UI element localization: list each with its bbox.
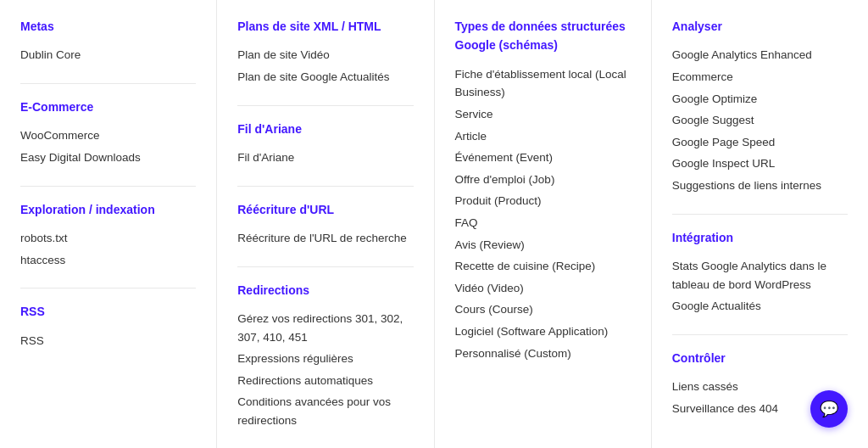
column-col1: MetasDublin CoreE-CommerceWooCommerceEas… bbox=[0, 0, 217, 448]
menu-item[interactable]: Conditions avancées pour vos redirection… bbox=[237, 391, 413, 431]
section-title-metas: Metas bbox=[20, 17, 196, 36]
menu-item[interactable]: Google Actualités bbox=[672, 295, 848, 317]
menu-item[interactable]: Stats Google Analytics dans le tableau d… bbox=[672, 255, 848, 295]
section-title-controler: Contrôler bbox=[672, 349, 848, 367]
menu-item[interactable]: Dublin Core bbox=[20, 44, 196, 66]
menu-item[interactable]: Google Page Speed bbox=[672, 132, 848, 154]
menu-item[interactable]: RSS bbox=[20, 330, 196, 352]
menu-item[interactable]: Service bbox=[455, 104, 631, 126]
section-exploration: Exploration / indexationrobots.txthtacce… bbox=[20, 200, 196, 272]
menu-item[interactable]: Recette de cuisine (Recipe) bbox=[455, 255, 631, 277]
section-divider bbox=[20, 186, 196, 187]
menu-item[interactable]: robots.txt bbox=[20, 227, 196, 249]
menu-item[interactable]: Article bbox=[455, 126, 631, 148]
menu-item[interactable]: FAQ bbox=[455, 212, 631, 234]
menu-item[interactable]: Cours (Course) bbox=[455, 299, 631, 321]
column-col4: AnalyserGoogle Analytics EnhancedEcommer… bbox=[652, 0, 868, 448]
section-title-analyser: Analyser bbox=[672, 17, 848, 36]
menu-item[interactable]: WooCommerce bbox=[20, 125, 196, 147]
section-divider bbox=[20, 83, 196, 84]
column-col2: Plans de site XML / HTMLPlan de site Vid… bbox=[217, 0, 434, 448]
section-fil-ariane: Fil d'ArianeFil d'Ariane bbox=[237, 120, 413, 169]
section-integration: IntégrationStats Google Analytics dans l… bbox=[672, 228, 848, 317]
section-title-redirections: Redirections bbox=[237, 281, 413, 300]
menu-item[interactable]: Avis (Review) bbox=[455, 234, 631, 256]
menu-item[interactable]: Ecommerce bbox=[672, 66, 848, 88]
section-metas: MetasDublin Core bbox=[20, 17, 196, 66]
chat-fab-button[interactable]: 💬 bbox=[810, 390, 848, 428]
menu-item[interactable]: Redirections automatiques bbox=[237, 370, 413, 392]
column-col3: Types de données structurées Google (sch… bbox=[435, 0, 652, 448]
section-title-fil-ariane: Fil d'Ariane bbox=[237, 120, 413, 138]
menu-item[interactable]: Plan de site Vidéo bbox=[237, 44, 413, 66]
menu-item[interactable]: Google Inspect URL bbox=[672, 153, 848, 175]
section-reecriture: Réécriture d'URLRéécriture de l'URL de r… bbox=[237, 200, 413, 249]
menu-item[interactable]: Google Optimize bbox=[672, 88, 848, 110]
menu-item[interactable]: Fil d'Ariane bbox=[237, 147, 413, 169]
menu-item[interactable]: Fiche d'établissement local (Local Busin… bbox=[455, 64, 631, 104]
menu-item[interactable]: Logiciel (Software Application) bbox=[455, 321, 631, 343]
page-container: MetasDublin CoreE-CommerceWooCommerceEas… bbox=[0, 0, 868, 448]
section-types-donnees: Types de données structurées Google (sch… bbox=[455, 17, 631, 364]
section-title-plans-site: Plans de site XML / HTML bbox=[237, 17, 413, 36]
menu-item[interactable]: Produit (Product) bbox=[455, 190, 631, 212]
section-analyser: AnalyserGoogle Analytics EnhancedEcommer… bbox=[672, 17, 848, 197]
section-divider bbox=[237, 105, 413, 106]
section-plans-site: Plans de site XML / HTMLPlan de site Vid… bbox=[237, 17, 413, 88]
menu-item[interactable]: Suggestions de liens internes bbox=[672, 175, 848, 197]
menu-item[interactable]: htaccess bbox=[20, 249, 196, 272]
section-rss: RSSRSS bbox=[20, 302, 196, 351]
menu-item[interactable]: Google Suggest bbox=[672, 109, 848, 132]
section-title-exploration: Exploration / indexation bbox=[20, 200, 196, 219]
section-title-ecommerce: E-Commerce bbox=[20, 98, 196, 116]
menu-item[interactable]: Réécriture de l'URL de recherche bbox=[237, 227, 413, 249]
menu-item[interactable]: Personnalisé (Custom) bbox=[455, 343, 631, 365]
menu-item[interactable]: Événement (Event) bbox=[455, 147, 631, 169]
section-divider bbox=[237, 266, 413, 267]
section-title-reecriture: Réécriture d'URL bbox=[237, 200, 413, 219]
section-title-rss: RSS bbox=[20, 302, 196, 321]
menu-item[interactable]: Easy Digital Downloads bbox=[20, 147, 196, 169]
menu-item[interactable]: Plan de site Google Actualités bbox=[237, 66, 413, 88]
section-redirections: RedirectionsGérez vos redirections 301, … bbox=[237, 281, 413, 432]
section-title-types-donnees: Types de données structurées Google (sch… bbox=[455, 17, 631, 55]
menu-item[interactable]: Expressions régulières bbox=[237, 348, 413, 370]
section-divider bbox=[20, 288, 196, 288]
section-divider bbox=[672, 334, 848, 335]
menu-item[interactable]: Vidéo (Video) bbox=[455, 277, 631, 300]
section-ecommerce: E-CommerceWooCommerceEasy Digital Downlo… bbox=[20, 98, 196, 169]
section-divider bbox=[672, 214, 848, 215]
chat-icon: 💬 bbox=[820, 397, 838, 422]
menu-item[interactable]: Google Analytics Enhanced bbox=[672, 44, 848, 66]
section-title-integration: Intégration bbox=[672, 228, 848, 247]
menu-item[interactable]: Gérez vos redirections 301, 302, 307, 41… bbox=[237, 308, 413, 348]
section-divider bbox=[237, 186, 413, 187]
menu-item[interactable]: Offre d'emploi (Job) bbox=[455, 169, 631, 191]
